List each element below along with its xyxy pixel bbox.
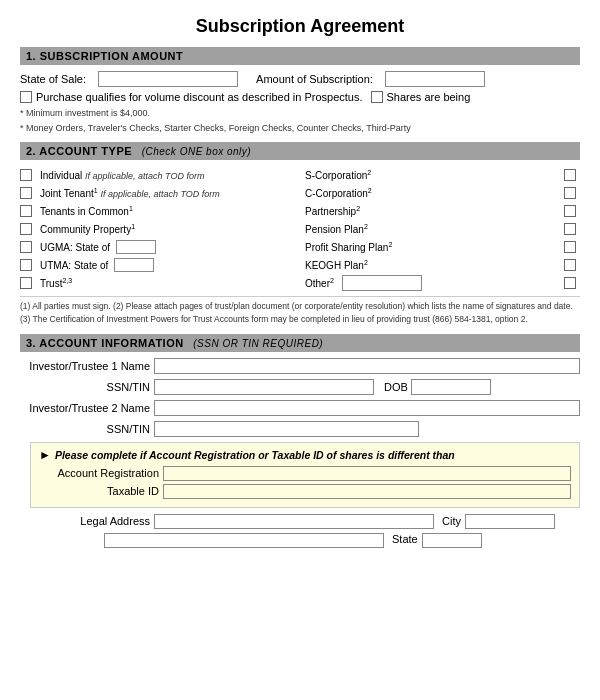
section2-header: 2. ACCOUNT TYPE (Check ONE box only) xyxy=(20,142,580,160)
account-reg-input[interactable] xyxy=(163,466,571,481)
note2: * Money Orders, Traveler's Checks, Start… xyxy=(20,122,580,135)
label-ccorp: C-Corporation2 xyxy=(305,187,372,199)
label-trust: Trust2,3 xyxy=(40,277,72,289)
ssn1-input[interactable] xyxy=(154,379,374,395)
checkbox-community-property[interactable] xyxy=(20,223,32,235)
account-ccorp: C-Corporation2 xyxy=(305,184,580,202)
state-of-sale-input[interactable] xyxy=(98,71,238,87)
dob-group: DOB xyxy=(384,379,491,395)
account-reg-row: Account Registration xyxy=(39,466,571,481)
other-input[interactable] xyxy=(342,275,422,291)
checkbox-utma[interactable] xyxy=(20,259,32,271)
label-profit-sharing: Profit Sharing Plan2 xyxy=(305,241,392,253)
arrow-icon: ► xyxy=(39,448,51,462)
checkbox-scorp[interactable] xyxy=(564,169,576,181)
state-of-sale-row: State of Sale: Amount of Subscription: xyxy=(20,71,580,87)
account-partnership: Partnership2 xyxy=(305,202,580,220)
account-tenants-common: Tenants in Common1 xyxy=(20,202,295,220)
account-trust: Trust2,3 xyxy=(20,274,295,292)
taxable-id-row: Taxable ID xyxy=(39,484,571,499)
label-community-property: Community Property1 xyxy=(40,223,135,235)
shares-being-checkbox[interactable] xyxy=(371,91,383,103)
city-label: City xyxy=(442,515,461,527)
note1: * Minimum investment is $4,000. xyxy=(20,107,580,120)
account-community-property: Community Property1 xyxy=(20,220,295,238)
account-other: Other2 xyxy=(305,274,580,292)
label-pension: Pension Plan2 xyxy=(305,223,368,235)
ssn2-input[interactable] xyxy=(154,421,419,437)
account-right-col: S-Corporation2 C-Corporation2 Partnershi… xyxy=(305,166,580,292)
investor2-label: Investor/Trustee 2 Name xyxy=(20,402,150,414)
ssn2-row: SSN/TIN xyxy=(20,421,580,437)
section1-header: 1. SUBSCRIPTION AMOUNT xyxy=(20,47,580,65)
state-input[interactable] xyxy=(422,533,482,548)
account-type-grid: Individual If applicable, attach TOD for… xyxy=(20,166,580,292)
section2-footnote: (1) All parties must sign. (2) Please at… xyxy=(20,296,580,326)
legal-address-row1: Legal Address City xyxy=(20,514,580,529)
checkbox-pension[interactable] xyxy=(564,223,576,235)
account-keogh: KEOGH Plan2 xyxy=(305,256,580,274)
page-title: Subscription Agreement xyxy=(20,16,580,37)
checkbox-ugma[interactable] xyxy=(20,241,32,253)
checkbox-joint-tenant[interactable] xyxy=(20,187,32,199)
account-pension: Pension Plan2 xyxy=(305,220,580,238)
amount-input[interactable] xyxy=(385,71,485,87)
shares-being-label: Shares are being xyxy=(387,91,471,103)
label-keogh: KEOGH Plan2 xyxy=(305,259,368,271)
section-subscription-amount: 1. SUBSCRIPTION AMOUNT State of Sale: Am… xyxy=(20,47,580,134)
checkbox-trust[interactable] xyxy=(20,277,32,289)
ssn1-row: SSN/TIN DOB xyxy=(20,379,580,395)
account-scorp: S-Corporation2 xyxy=(305,166,580,184)
state-label: State xyxy=(392,533,418,548)
label-individual: Individual If applicable, attach TOD for… xyxy=(40,170,204,181)
investor1-input[interactable] xyxy=(154,358,580,374)
label-other: Other2 xyxy=(305,277,334,289)
checkbox-tenants-common[interactable] xyxy=(20,205,32,217)
legal-address-label: Legal Address xyxy=(20,515,150,527)
account-profit-sharing: Profit Sharing Plan2 xyxy=(305,238,580,256)
dob-input[interactable] xyxy=(411,379,491,395)
account-joint-tenant: Joint Tenant1 If applicable, attach TOD … xyxy=(20,184,295,202)
volume-discount-label: Purchase qualifies for volume discount a… xyxy=(36,91,363,103)
checkbox-profit-sharing[interactable] xyxy=(564,241,576,253)
checkbox-individual[interactable] xyxy=(20,169,32,181)
ssn1-label: SSN/TIN xyxy=(20,381,150,393)
section-account-info: 3. ACCOUNT INFORMATION (SSN OR TIN REQUI… xyxy=(20,334,580,548)
dob-label: DOB xyxy=(384,381,408,393)
taxable-id-input[interactable] xyxy=(163,484,571,499)
checkbox-partnership[interactable] xyxy=(564,205,576,217)
highlight-title: ► Please complete if Account Registratio… xyxy=(39,448,571,462)
account-ugma: UGMA: State of xyxy=(20,238,295,256)
checkbox-ccorp[interactable] xyxy=(564,187,576,199)
ugma-state-input[interactable] xyxy=(116,240,156,254)
utma-state-input[interactable] xyxy=(114,258,154,272)
legal-address-input[interactable] xyxy=(154,514,434,529)
ssn2-label: SSN/TIN xyxy=(20,423,150,435)
account-left-col: Individual If applicable, attach TOD for… xyxy=(20,166,295,292)
city-input[interactable] xyxy=(465,514,555,529)
account-utma: UTMA: State of xyxy=(20,256,295,274)
volume-discount-checkbox[interactable] xyxy=(20,91,32,103)
amount-label: Amount of Subscription: xyxy=(256,73,373,85)
state-of-sale-label: State of Sale: xyxy=(20,73,86,85)
label-partnership: Partnership2 xyxy=(305,205,360,217)
investor1-label: Investor/Trustee 1 Name xyxy=(20,360,150,372)
section-account-type: 2. ACCOUNT TYPE (Check ONE box only) Ind… xyxy=(20,142,580,326)
investor2-input[interactable] xyxy=(154,400,580,416)
checkbox-other[interactable] xyxy=(564,277,576,289)
label-ugma: UGMA: State of xyxy=(40,242,110,253)
highlight-box: ► Please complete if Account Registratio… xyxy=(30,442,580,508)
investor2-row: Investor/Trustee 2 Name xyxy=(20,400,580,416)
investor1-row: Investor/Trustee 1 Name xyxy=(20,358,580,374)
label-joint-tenant: Joint Tenant1 If applicable, attach TOD … xyxy=(40,187,220,199)
label-utma: UTMA: State of xyxy=(40,260,108,271)
taxable-id-label: Taxable ID xyxy=(39,485,159,497)
volume-discount-row: Purchase qualifies for volume discount a… xyxy=(20,91,580,103)
account-reg-label: Account Registration xyxy=(39,467,159,479)
legal-address-row2: State xyxy=(104,533,580,548)
legal-address-input2[interactable] xyxy=(104,533,384,548)
checkbox-keogh[interactable] xyxy=(564,259,576,271)
label-tenants-common: Tenants in Common1 xyxy=(40,205,133,217)
section3-header: 3. ACCOUNT INFORMATION (SSN OR TIN REQUI… xyxy=(20,334,580,352)
label-scorp: S-Corporation2 xyxy=(305,169,371,181)
